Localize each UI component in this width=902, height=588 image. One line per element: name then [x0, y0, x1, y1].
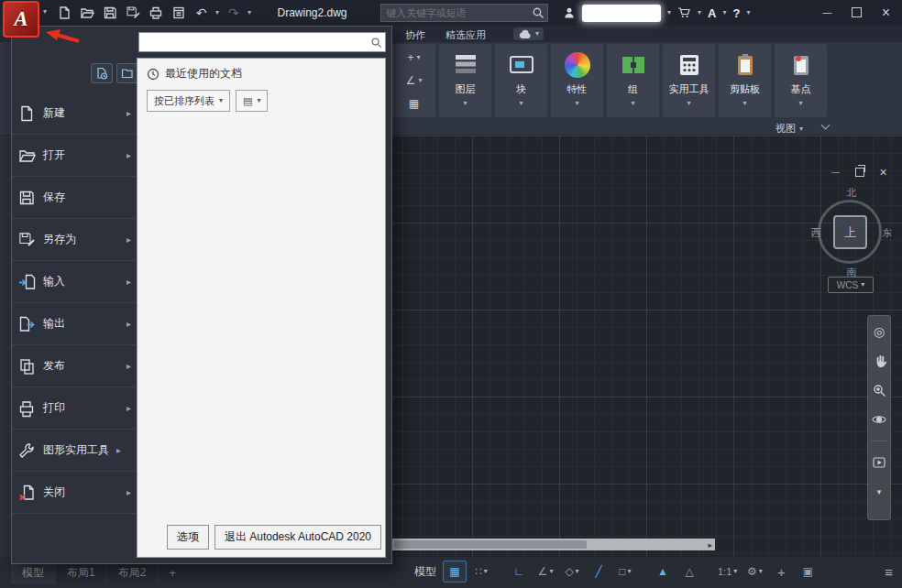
page-setup-icon[interactable] [170, 5, 187, 22]
snap-icon[interactable]: ∷ [469, 561, 493, 583]
tab-featured-apps[interactable]: 精选应用 [440, 27, 491, 42]
submenu-arrow-icon [126, 277, 131, 287]
save-icon[interactable] [101, 5, 118, 22]
panel-properties[interactable]: 特性 [551, 44, 603, 117]
save-as-icon[interactable] [124, 5, 141, 22]
object-snap-icon[interactable]: □ [613, 561, 637, 583]
viewport-close-icon[interactable] [877, 166, 889, 178]
menu-item-close[interactable]: 关闭 [12, 472, 137, 514]
navbar-divider [871, 441, 887, 441]
app-menu-button[interactable]: A [3, 1, 39, 38]
annotation-arrow [44, 27, 82, 46]
ribbon-minimize-icon[interactable] [821, 121, 830, 130]
submenu-arrow-icon [126, 403, 131, 413]
sort-order-dropdown[interactable]: 按已排序列表 [147, 90, 230, 112]
redo-icon[interactable]: ↷ [225, 5, 242, 22]
panel-basepoint[interactable]: 基点 [775, 44, 827, 117]
menu-item-print[interactable]: 打印 [12, 387, 137, 430]
fragment-tool-1[interactable]: + [407, 51, 420, 64]
exit-button[interactable]: 退出 Autodesk AutoCAD 2020 [214, 525, 381, 550]
navigation-wheel-icon[interactable]: ◎ [871, 323, 887, 340]
viewcube-top-face[interactable]: 上 [833, 215, 867, 249]
recent-documents-icon[interactable] [91, 63, 113, 83]
menu-search-icon[interactable] [370, 37, 385, 49]
app-store-cart-icon[interactable] [677, 6, 691, 19]
viewport-restore-icon[interactable] [853, 166, 865, 178]
polar-tracking-icon[interactable]: ∠ [534, 561, 557, 583]
menu-item-new[interactable]: 新建 [12, 93, 137, 135]
view-panel-label[interactable]: 视图 [776, 122, 803, 136]
compass-east[interactable]: 东 [878, 226, 896, 240]
menu-item-publish[interactable]: 发布 [12, 345, 137, 387]
fragment-tool-3[interactable]: ▦ [409, 97, 419, 110]
options-button[interactable]: 选项 [167, 525, 209, 550]
panel-basepoint-caret-icon [798, 100, 802, 107]
panel-utilities[interactable]: 实用工具 [663, 44, 715, 117]
panel-layers[interactable]: 图层 [439, 44, 491, 117]
submenu-arrow-icon [116, 445, 121, 455]
menu-item-save[interactable]: 保存 [12, 177, 137, 219]
workspace-switch-icon[interactable]: ⚙ [742, 561, 766, 583]
annotation-visibility-icon[interactable]: ▲ [651, 561, 675, 583]
maximize-window-icon[interactable] [850, 5, 864, 19]
undo-icon[interactable]: ↶ [192, 5, 210, 22]
autodesk-caret-icon[interactable] [722, 9, 726, 16]
menu-item-save-as[interactable]: 另存为 [12, 219, 137, 261]
model-space-button[interactable]: 模型 [414, 564, 436, 580]
search-icon[interactable] [532, 6, 547, 19]
object-snap-tracking-icon[interactable]: ╱ [587, 561, 610, 583]
panel-block[interactable]: 块 [495, 44, 547, 117]
drawing-canvas[interactable]: 北 南 西 东 上 WCS ◎ ▾ [385, 136, 902, 557]
panel-groups[interactable]: 组 [607, 44, 659, 117]
menu-item-export[interactable]: 输出 [12, 303, 137, 345]
minimize-window-icon[interactable] [820, 5, 834, 19]
app-menu-caret-icon[interactable] [43, 8, 47, 16]
menu-item-drawing-utilities[interactable]: 图形实用工具 [12, 430, 137, 472]
sign-in-icon[interactable] [563, 6, 576, 19]
hardware-acceleration-icon[interactable]: ▣ [796, 561, 820, 583]
menu-item-open[interactable]: 打开 [12, 135, 137, 177]
scrollbar-right-arrow-icon[interactable]: ▸ [708, 540, 712, 550]
panel-layers-caret-icon [463, 100, 467, 107]
new-file-icon[interactable] [55, 5, 72, 22]
pan-hand-icon[interactable] [871, 353, 887, 369]
help-icon[interactable]: ? [732, 6, 740, 20]
isodraft-icon[interactable]: ◇ [560, 561, 584, 583]
scrollbar-thumb[interactable] [394, 540, 587, 549]
viewport-minimize-icon[interactable] [830, 166, 842, 178]
navbar-more-icon[interactable]: ▾ [871, 484, 887, 500]
customize-icon[interactable]: ≡ [885, 560, 893, 583]
compass-west[interactable]: 西 [807, 226, 825, 240]
zoom-icon[interactable] [871, 382, 887, 398]
help-caret-icon[interactable] [746, 9, 750, 16]
showmotion-icon[interactable] [871, 454, 887, 471]
open-file-icon[interactable] [78, 5, 95, 22]
close-document-icon [17, 484, 36, 502]
fragment-tool-2[interactable]: ∠ [406, 74, 423, 87]
panel-clipboard[interactable]: 剪贴板 [719, 44, 771, 117]
account-caret-icon[interactable] [667, 9, 671, 16]
close-window-icon[interactable] [879, 5, 893, 19]
plot-icon[interactable] [147, 5, 164, 22]
menu-item-import[interactable]: 输入 [12, 261, 137, 303]
annotation-scale-button[interactable]: 1:1 [715, 561, 740, 583]
ortho-icon[interactable]: ∟ [507, 561, 531, 583]
open-documents-icon[interactable] [116, 63, 138, 83]
help-search-input[interactable] [381, 7, 532, 18]
horizontal-scrollbar[interactable]: ▸ [392, 539, 715, 550]
autodesk-logo[interactable]: A [708, 6, 716, 20]
orbit-icon[interactable] [871, 411, 887, 428]
recent-documents-header: 最近使用的文档 [147, 66, 242, 82]
compass-north[interactable]: 北 [842, 186, 861, 200]
crosshair-icon[interactable]: + [769, 561, 793, 583]
cart-caret-icon[interactable] [698, 9, 701, 16]
menu-search-input[interactable] [139, 37, 370, 48]
cloud-share-button[interactable] [513, 27, 544, 40]
autoscale-icon[interactable]: △ [677, 561, 701, 583]
wcs-selector[interactable]: WCS [828, 277, 874, 293]
display-mode-dropdown[interactable]: ▤ [236, 90, 268, 112]
undo-caret-icon[interactable] [215, 9, 219, 16]
user-account-redacted[interactable] [582, 5, 661, 22]
tab-collaborate[interactable]: 协作 [400, 27, 431, 42]
grid-icon[interactable]: ▦ [443, 561, 467, 583]
